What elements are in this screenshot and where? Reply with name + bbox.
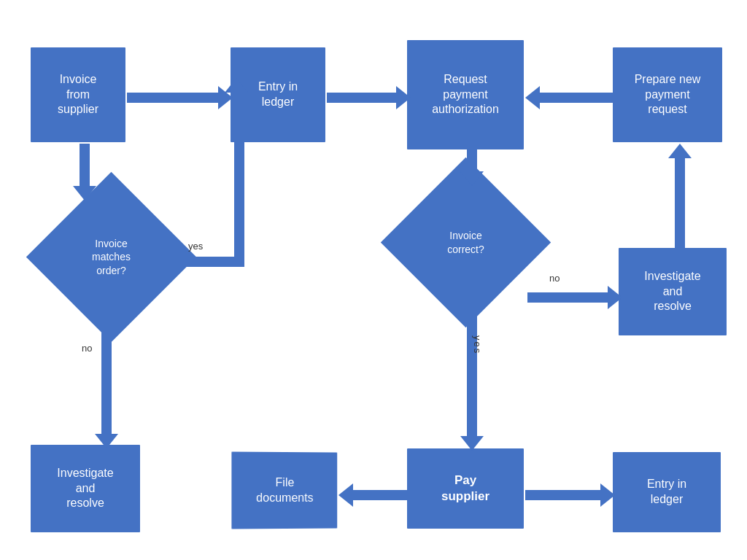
arrow-pay-to-file xyxy=(338,483,409,507)
entry-ledger-top-label: Entry in ledger xyxy=(258,79,298,110)
entry-ledger-top-box: Entry in ledger xyxy=(231,47,325,142)
file-documents-box: File documents xyxy=(231,451,337,529)
arrow-request-to-correct xyxy=(460,149,484,186)
investigate-left-label: Investigate and resolve xyxy=(57,466,113,511)
arrow-entry-to-request xyxy=(327,86,411,109)
pay-supplier-label: Pay supplier xyxy=(441,472,489,505)
connector-matches-yes-h xyxy=(171,257,239,267)
label-yes-bottom: yes xyxy=(472,335,483,354)
invoice-matches-diamond: Invoicematchesorder? xyxy=(51,197,171,317)
invoice-matches-label: Invoicematchesorder? xyxy=(92,237,131,277)
arrow-pay-to-entry-bottom xyxy=(525,483,615,507)
arrow-investigate-to-prepare xyxy=(668,144,692,249)
invoice-correct-label: Invoicecorrect? xyxy=(447,229,484,255)
arrow-invoice-to-matches xyxy=(73,144,96,201)
arrow-correct-to-pay xyxy=(460,305,484,451)
invoice-supplier-label: Invoice from supplier xyxy=(58,72,98,117)
investigate-left-box: Investigate and resolve xyxy=(31,445,140,532)
prepare-new-box: Prepare new payment request xyxy=(613,47,722,142)
pay-supplier-box: Pay supplier xyxy=(407,448,524,529)
request-payment-label: Request payment authorization xyxy=(432,72,499,117)
investigate-right-box: Investigate and resolve xyxy=(619,248,727,335)
prepare-new-label: Prepare new payment request xyxy=(635,72,701,117)
investigate-right-label: Investigate and resolve xyxy=(644,269,700,314)
file-documents-label: File documents xyxy=(256,475,313,506)
label-yes-left: yes xyxy=(188,241,203,252)
arrow-correct-to-investigate-right xyxy=(527,286,622,309)
entry-ledger-bottom-label: Entry in ledger xyxy=(647,477,686,508)
label-no-left: no xyxy=(82,343,92,354)
request-payment-box: Request payment authorization xyxy=(407,40,524,149)
arrow-matches-to-investigate xyxy=(95,319,118,448)
invoice-from-supplier-box: Invoice from supplier xyxy=(31,47,125,142)
arrow-yes-up-head xyxy=(225,78,248,93)
flowchart-diagram: Invoice from supplier Entry in ledger Re… xyxy=(0,0,747,560)
invoice-correct-diamond: Invoicecorrect? xyxy=(406,182,526,303)
entry-ledger-bottom-box: Entry in ledger xyxy=(613,452,721,532)
arrow-prepare-to-request xyxy=(525,86,614,109)
connector-matches-yes-v xyxy=(234,95,244,267)
arrow-invoice-to-entry xyxy=(127,86,233,109)
label-no-right: no xyxy=(549,273,560,284)
